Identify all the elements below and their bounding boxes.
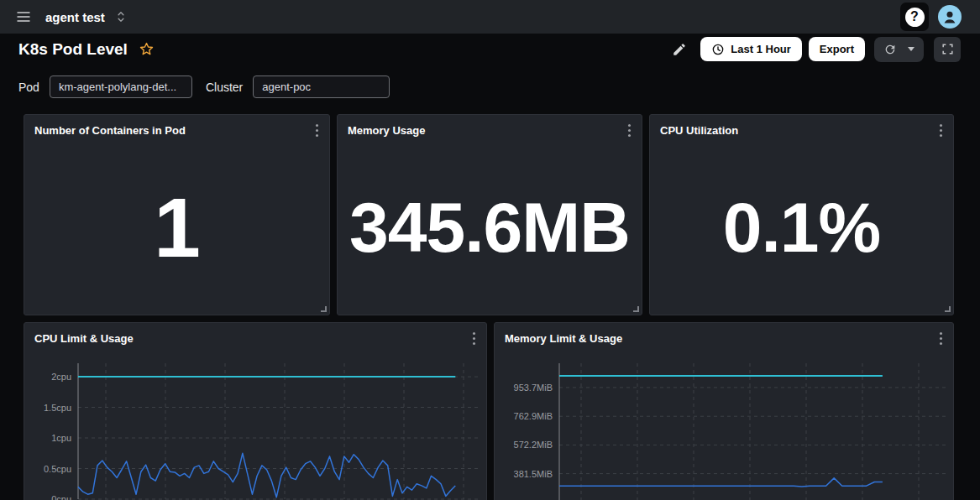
svg-text:2cpu: 2cpu (51, 372, 71, 382)
panel-menu-kebab-icon[interactable] (936, 122, 946, 139)
panel-header: Memory Usage (338, 115, 642, 140)
stat-value-cpu: 0.1% (650, 140, 953, 315)
panel-menu-kebab-icon[interactable] (936, 330, 946, 347)
panel-menu-kebab-icon[interactable] (312, 122, 322, 139)
panel-title: Memory Limit & Usage (505, 332, 622, 345)
hamburger-menu-icon[interactable] (15, 8, 32, 25)
chevron-up-down-icon (115, 10, 127, 23)
cpu-limit-usage-chart[interactable]: 2cpu1.5cpu1cpu0.5cpu0cpu (24, 357, 486, 500)
person-icon (940, 7, 960, 27)
svg-text:1.5cpu: 1.5cpu (44, 403, 71, 413)
variable-value-pod: km-agent-polylang-det... (59, 81, 176, 93)
panel-header: Memory Limit & Usage (495, 323, 953, 348)
breadcrumb-title: agent test (45, 10, 105, 24)
topnav-right-cluster: ? (900, 3, 962, 31)
memory-limit-usage-chart[interactable]: 953.7MiB762.9MiB572.2MiB381.5MiB (495, 357, 953, 500)
page-title: K8s Pod Level (18, 40, 128, 59)
refresh-icon[interactable] (883, 43, 897, 56)
favorite-star-icon[interactable] (139, 41, 155, 57)
help-button[interactable]: ? (900, 3, 929, 31)
time-range-label: Last 1 Hour (731, 43, 791, 55)
panel-title: CPU Limit & Usage (34, 332, 134, 345)
svg-text:953.7MiB: 953.7MiB (514, 383, 553, 393)
panel-number-of-containers: Number of Containers in Pod 1 (24, 114, 330, 315)
panel-resize-handle[interactable] (945, 306, 951, 312)
panel-cpu-utilization: CPU Utilization 0.1% (649, 114, 954, 315)
variable-label-pod: Pod (18, 81, 39, 94)
svg-text:762.9MiB: 762.9MiB (514, 411, 553, 421)
svg-text:572.2MiB: 572.2MiB (514, 440, 553, 450)
refresh-button-group (874, 37, 924, 62)
time-range-button[interactable]: Last 1 Hour (700, 37, 802, 61)
refresh-interval-caret[interactable] (908, 47, 914, 51)
svg-text:0cpu: 0cpu (51, 494, 71, 500)
panel-resize-handle[interactable] (321, 306, 327, 312)
user-avatar[interactable] (938, 5, 962, 29)
question-mark-icon: ? (905, 8, 925, 27)
svg-text:0.5cpu: 0.5cpu (44, 464, 71, 474)
fullscreen-icon (941, 43, 954, 55)
panel-title: CPU Utilization (660, 124, 738, 137)
top-nav-bar: agent test ? (0, 0, 980, 34)
svg-text:1cpu: 1cpu (51, 433, 71, 443)
dashboard-header: K8s Pod Level Last 1 Hour Export (0, 35, 980, 63)
svg-text:381.5MiB: 381.5MiB (514, 469, 553, 479)
panel-header: CPU Utilization (650, 115, 953, 140)
panel-memory-limit-usage: Memory Limit & Usage 953.7MiB762.9MiB572… (494, 322, 954, 500)
header-actions: Last 1 Hour Export (672, 37, 961, 62)
stat-value-memory: 345.6MB (338, 140, 642, 315)
panel-title: Number of Containers in Pod (34, 124, 186, 137)
panel-title: Memory Usage (348, 124, 425, 137)
breadcrumb-dashboard-switcher[interactable]: agent test (45, 10, 127, 24)
panel-header: CPU Limit & Usage (24, 323, 486, 348)
panel-cpu-limit-usage: CPU Limit & Usage 2cpu1.5cpu1cpu0.5cpu0c… (24, 322, 487, 500)
panel-menu-kebab-icon[interactable] (625, 122, 634, 139)
panel-menu-kebab-icon[interactable] (469, 330, 479, 347)
panel-memory-usage: Memory Usage 345.6MB (337, 114, 642, 315)
fullscreen-button[interactable] (934, 37, 961, 62)
export-button[interactable]: Export (809, 37, 865, 61)
variable-input-pod[interactable]: km-agent-polylang-det... (50, 76, 192, 98)
stat-value-containers: 1 (24, 140, 329, 315)
variable-label-cluster: Cluster (206, 81, 243, 94)
clock-icon (711, 43, 725, 56)
edit-pencil-icon[interactable] (672, 42, 687, 57)
variable-value-cluster: agent-poc (262, 81, 311, 93)
dashboard-variables: Pod km-agent-polylang-det... Cluster age… (18, 76, 390, 98)
panel-header: Number of Containers in Pod (24, 115, 329, 140)
export-label: Export (820, 43, 854, 55)
panel-resize-handle[interactable] (633, 306, 639, 312)
variable-input-cluster[interactable]: agent-poc (253, 76, 390, 98)
